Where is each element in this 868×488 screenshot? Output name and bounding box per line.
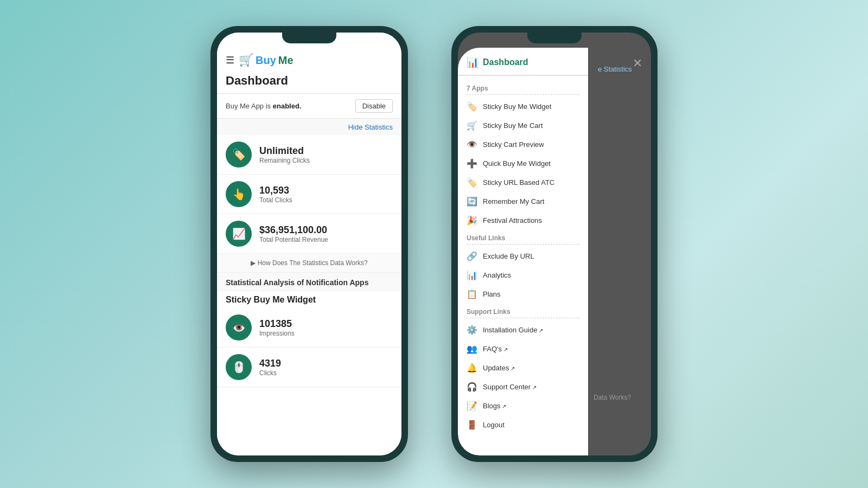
stat-unlimited-info: Unlimited Remaining Clicks	[259, 145, 310, 164]
support-section-label: Support Links	[458, 304, 588, 318]
sidebar-dashboard-icon: 📊	[467, 56, 478, 68]
stat-row-revenue: 📈 $36,951,100.00 Total Potential Revenue	[217, 214, 401, 254]
installation-icon: ⚙️	[467, 325, 477, 335]
overlay-stats-link[interactable]: e Statistics	[593, 63, 636, 75]
sidebar-item-analytics[interactable]: 📊 Analytics	[458, 266, 588, 285]
stat-revenue-info: $36,951,100.00 Total Potential Revenue	[259, 224, 328, 243]
stat-impressions-info: 101385 Impressions	[259, 318, 295, 337]
sticky-cart-icon: 🛒	[467, 120, 477, 131]
faqs-label: FAQ's	[483, 345, 508, 353]
stat-widget-clicks-info: 4319 Clicks	[259, 358, 281, 377]
festival-icon: 🎉	[467, 215, 477, 226]
stat-row-impressions: 👁️ 101385 Impressions	[217, 308, 401, 348]
phone-notch	[282, 33, 336, 43]
impressions-value: 101385	[259, 318, 295, 330]
widget-clicks-icon: 🖱️	[226, 354, 252, 380]
useful-divider	[467, 244, 579, 245]
total-clicks-label: Total Clicks	[259, 196, 292, 204]
installation-label: Installation Guide	[483, 326, 543, 334]
sticky-cart-label: Sticky Buy Me Cart	[483, 121, 543, 130]
sidebar-panel: 📊 Dashboard 7 Apps 🏷️ Sticky Buy Me Widg…	[458, 48, 588, 455]
hide-statistics-link[interactable]: Hide Statistics	[348, 123, 393, 131]
right-phone: 📊 Dashboard 7 Apps 🏷️ Sticky Buy Me Widg…	[451, 26, 658, 462]
left-phone: ☰ 🛒 Buy Me Dashboard Buy Me App is enabl…	[210, 26, 408, 462]
sidebar-item-plans[interactable]: 📋 Plans	[458, 285, 588, 304]
blogs-label: Blogs	[483, 402, 506, 410]
dashboard-title: Dashboard	[217, 72, 401, 94]
remember-cart-label: Remember My Cart	[483, 197, 544, 206]
top-bar: ☰ 🛒 Buy Me	[217, 48, 401, 72]
sidebar-header: 📊 Dashboard	[458, 56, 588, 76]
sidebar-item-sticky-cart[interactable]: 🛒 Sticky Buy Me Cart	[458, 116, 588, 135]
sidebar-dashboard-title: Dashboard	[483, 57, 528, 67]
impressions-label: Impressions	[259, 330, 295, 337]
remember-cart-icon: 🔄	[467, 196, 477, 207]
quick-buy-icon: ➕	[467, 158, 477, 169]
unlimited-icon: 🏷️	[226, 142, 252, 168]
cart-icon: 🛒	[239, 53, 253, 67]
sidebar-item-sticky-widget[interactable]: 🏷️ Sticky Buy Me Widget	[458, 97, 588, 116]
revenue-icon: 📈	[226, 221, 252, 247]
unlimited-label: Remaining Clicks	[259, 157, 310, 164]
clicks-icon: 👆	[226, 181, 252, 207]
revenue-label: Total Potential Revenue	[259, 236, 328, 243]
url-atc-icon: 🏷️	[467, 177, 477, 188]
faqs-icon: 👥	[467, 344, 477, 354]
apps-section-label: 7 Apps	[458, 80, 588, 94]
sidebar-item-faqs[interactable]: 👥 FAQ's	[458, 339, 588, 358]
plans-label: Plans	[483, 290, 501, 298]
updates-label: Updates	[483, 364, 515, 372]
logout-icon: 🚪	[467, 420, 477, 430]
stat-row-widget-clicks: 🖱️ 4319 Clicks	[217, 348, 401, 387]
sidebar-item-url-atc[interactable]: 🏷️ Sticky URL Based ATC	[458, 173, 588, 192]
app-logo: 🛒 Buy Me	[239, 53, 293, 67]
revenue-value: $36,951,100.00	[259, 224, 328, 236]
widget-clicks-value: 4319	[259, 358, 281, 369]
sidebar-item-updates[interactable]: 🔔 Updates	[458, 358, 588, 377]
sticky-widget-label: Sticky Buy Me Widget	[483, 102, 551, 111]
exclude-url-label: Exclude By URL	[483, 252, 534, 260]
exclude-url-icon: 🔗	[467, 251, 477, 261]
sticky-widget-icon: 🏷️	[467, 101, 477, 112]
dark-overlay: ✕ e Statistics Data Works?	[588, 48, 651, 455]
quick-buy-label: Quick Buy Me Widget	[483, 159, 551, 168]
analysis-section-title: Statistical Analysis of Notification App…	[217, 273, 401, 291]
status-enabled: enabled.	[273, 102, 302, 110]
sidebar-item-exclude-url[interactable]: 🔗 Exclude By URL	[458, 247, 588, 266]
widget-section-title: Sticky Buy Me Widget	[217, 291, 401, 308]
sidebar-item-quick-buy[interactable]: ➕ Quick Buy Me Widget	[458, 154, 588, 173]
logo-me-text: Me	[278, 54, 293, 67]
useful-section-label: Useful Links	[458, 230, 588, 244]
close-button[interactable]: ✕	[633, 56, 642, 70]
cart-preview-label: Sticky Cart Preview	[483, 140, 544, 149]
sidebar-item-support[interactable]: 🎧 Support Center	[458, 377, 588, 396]
disable-button[interactable]: Disable	[355, 99, 393, 113]
analytics-label: Analytics	[483, 271, 511, 279]
sidebar-item-remember-cart[interactable]: 🔄 Remember My Cart	[458, 192, 588, 211]
blogs-icon: 📝	[467, 401, 477, 411]
apps-divider	[467, 94, 579, 95]
sidebar-item-installation[interactable]: ⚙️ Installation Guide	[458, 320, 588, 339]
impressions-icon: 👁️	[226, 314, 252, 341]
how-works-link[interactable]: ▶ How Does The Statistics Data Works?	[217, 254, 401, 273]
right-phone-notch	[527, 33, 582, 43]
status-text: Buy Me App is enabled.	[226, 102, 301, 110]
sidebar-item-logout[interactable]: 🚪 Logout	[458, 415, 588, 434]
hide-statistics-bar: Hide Statistics	[217, 119, 401, 135]
support-label: Support Center	[483, 383, 537, 391]
festival-label: Festival Attractions	[483, 216, 542, 224]
stat-clicks-info: 10,593 Total Clicks	[259, 185, 292, 204]
sidebar-item-cart-preview[interactable]: 👁️ Sticky Cart Preview	[458, 135, 588, 154]
url-atc-label: Sticky URL Based ATC	[483, 178, 554, 187]
overlay-bottom-text: Data Works?	[593, 394, 631, 401]
sidebar-item-festival[interactable]: 🎉 Festival Attractions	[458, 211, 588, 230]
total-clicks-value: 10,593	[259, 185, 292, 196]
widget-clicks-label: Clicks	[259, 369, 281, 377]
stat-row-clicks: 👆 10,593 Total Clicks	[217, 175, 401, 214]
unlimited-value: Unlimited	[259, 145, 310, 157]
stat-row-unlimited: 🏷️ Unlimited Remaining Clicks	[217, 135, 401, 175]
support-divider	[467, 318, 579, 318]
hamburger-icon[interactable]: ☰	[226, 54, 234, 66]
plans-icon: 📋	[467, 289, 477, 299]
sidebar-item-blogs[interactable]: 📝 Blogs	[458, 396, 588, 415]
